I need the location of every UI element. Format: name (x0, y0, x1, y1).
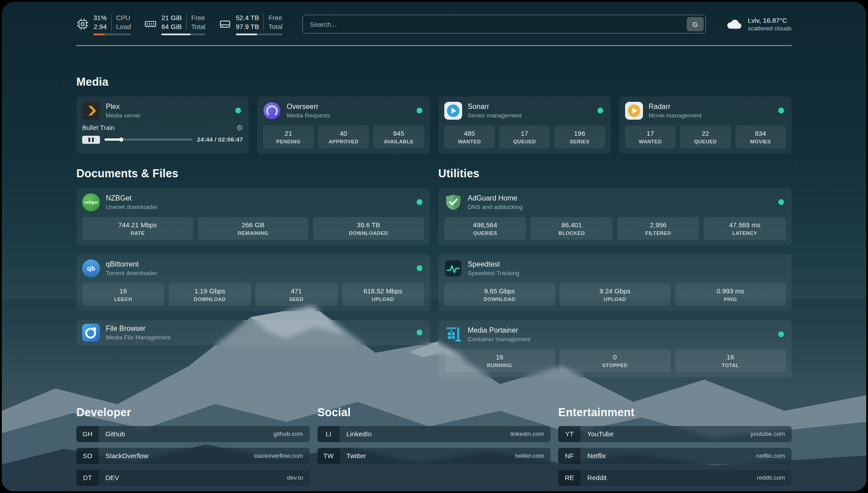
stat-value: 471 (257, 287, 336, 295)
portainer-card[interactable]: Media Portainer Container management 16 … (438, 320, 792, 377)
gear-icon[interactable]: ⚙ (236, 124, 243, 132)
bookmarks-social: Social LI LinkedIn linkedin.com TW Twitt… (317, 406, 551, 486)
stat-box: 498,564 QUERIES (444, 217, 526, 240)
bookmark-domain: reddit.com (757, 474, 792, 481)
stat-value: 16 (677, 353, 785, 361)
radarr-icon (625, 102, 643, 120)
filebrowser-card[interactable]: File Browser Media File Management (76, 320, 430, 345)
nzbget-card[interactable]: nzbget NZBGet Usenet downloader 744.21 M… (76, 188, 430, 245)
qbittorrent-logo-text: qb (87, 264, 95, 272)
stat-label: PENDING (265, 139, 312, 144)
filebrowser-icon (82, 324, 100, 342)
search-input[interactable] (303, 15, 685, 33)
stat-value: 86,401 (532, 221, 611, 229)
search-provider-button[interactable]: G (687, 17, 704, 31)
status-dot (417, 330, 422, 335)
stat-box: 0 STOPPED (559, 349, 671, 372)
bookmark-dev[interactable]: DT DEV dev.to (76, 470, 310, 486)
bookmark-stackoverflow[interactable]: SO StackOverflow stackoverflow.com (76, 448, 310, 464)
service-title: Radarr (649, 103, 702, 111)
bookmark-name: YouTube (580, 430, 620, 438)
memory-total-value: 64 GiB (161, 22, 182, 31)
cpu-label: CPU (116, 13, 131, 22)
speedtest-card[interactable]: Speedtest Speedtest Tracking 9.65 Gbps D… (438, 254, 792, 311)
stat-label: SEED (257, 297, 336, 302)
cpu-meter (93, 33, 131, 35)
playback-progress-bar[interactable] (104, 138, 192, 141)
stat-box: 9.24 Gbps UPLOAD (559, 283, 671, 306)
bookmark-youtube[interactable]: YT YouTube youtube.com (558, 426, 792, 442)
stat-label: UPLOAD (561, 297, 669, 302)
search-bar: G (302, 15, 706, 33)
pause-button[interactable] (82, 136, 100, 144)
disk-total-value: 97.9 TB (236, 22, 259, 31)
memory-widget: 21 GiB 64 GiB Free Total (144, 13, 205, 35)
service-subtitle: Media File Management (106, 334, 171, 341)
status-dot (235, 108, 241, 113)
bookmark-twitter[interactable]: TW Twitter twitter.com (317, 448, 551, 464)
overseerr-icon (263, 102, 281, 120)
plex-card[interactable]: Plex Media server Bullet Train ⚙ (76, 96, 249, 154)
qbittorrent-card[interactable]: qb qBittorrent Torrent downloader 16 LEE… (76, 254, 430, 311)
memory-free-label: Free (191, 13, 205, 22)
bookmark-domain: twitter.com (515, 452, 551, 459)
stat-value: 17 (501, 130, 548, 137)
section-media: Media Plex Media server (76, 75, 792, 154)
entertainment-section-title: Entertainment (558, 406, 792, 419)
stat-value: 47.569 ms (705, 221, 784, 229)
stat-label: APPROVED (320, 139, 367, 144)
now-playing-title: Bullet Train (82, 124, 115, 131)
stat-label: FILTERED (619, 230, 697, 236)
bookmark-abbr: LI (317, 426, 340, 442)
stat-box: 2,956 FILTERED (617, 217, 699, 240)
adguard-card[interactable]: AdGuard Home DNS and adblocking 498,564 … (438, 188, 792, 245)
service-title: Media Portainer (468, 326, 531, 334)
bookmarks-entertainment: Entertainment YT YouTube youtube.com NF … (558, 406, 792, 486)
radarr-card[interactable]: Radarr Movie management 17 WANTED 22 QUE… (619, 96, 792, 154)
memory-icon (144, 18, 157, 30)
service-subtitle: Speedtest Tracking (468, 270, 520, 276)
stat-value: 498,564 (446, 221, 525, 229)
disk-icon (219, 18, 231, 30)
weather-condition: scattered clouds (748, 25, 792, 32)
stat-value: 1.19 Gbps (171, 287, 249, 295)
stat-label: PING (677, 297, 785, 302)
system-stats: 31% 2.94 CPU Load (76, 13, 283, 35)
bookmark-name: Github (99, 430, 132, 438)
stat-label: TOTAL (677, 363, 785, 368)
cpu-chip-icon (76, 18, 89, 30)
stat-box: 945 AVAILABLE (373, 125, 424, 148)
stat-label: QUEUED (682, 139, 729, 144)
dashboard-content: 31% 2.94 CPU Load (2, 2, 866, 491)
overseerr-card[interactable]: Overseerr Media Requests 21 PENDING 40 A… (257, 96, 430, 154)
stat-label: RATE (84, 230, 192, 236)
stat-box: 1.19 Gbps DOWNLOAD (169, 283, 251, 306)
nzbget-icon: nzbget (82, 193, 100, 211)
bookmark-github[interactable]: GH Github github.com (76, 426, 310, 442)
sonarr-card[interactable]: Sonarr Series management 485 WANTED 17 Q… (438, 96, 611, 154)
bookmark-reddit[interactable]: RE Reddit reddit.com (558, 470, 792, 486)
bookmarks-developer: Developer GH Github github.com SO StackO… (76, 406, 310, 486)
service-subtitle: Movie management (649, 112, 702, 119)
nzbget-logo-text: nzbget (84, 200, 98, 205)
stat-value: 266 GB (200, 221, 307, 229)
stat-box: 22 QUEUED (680, 125, 730, 148)
stat-value: 2,956 (619, 221, 697, 229)
service-title: Plex (106, 103, 141, 111)
stat-label: QUEUED (501, 139, 548, 144)
service-title: Overseerr (287, 103, 330, 111)
stat-label: BLOCKED (532, 230, 611, 236)
stat-label: DOWNLOAD (171, 297, 249, 302)
stat-label: WANTED (446, 139, 493, 144)
bookmark-name: Netflix (580, 452, 613, 460)
bookmark-linkedin[interactable]: LI LinkedIn linkedin.com (317, 426, 551, 442)
weather-widget: Lviv, 16.87°C scattered clouds (726, 16, 792, 33)
developer-section-title: Developer (76, 406, 310, 419)
stat-box: 485 WANTED (444, 125, 495, 148)
bookmark-name: StackOverflow (99, 452, 155, 460)
top-bar: 31% 2.94 CPU Load (76, 13, 792, 35)
bookmark-name: DEV (99, 474, 126, 481)
bookmark-netflix[interactable]: NF Netflix netflix.com (558, 448, 792, 464)
disk-free-label: Free (268, 13, 283, 22)
stat-value: 945 (375, 130, 422, 137)
